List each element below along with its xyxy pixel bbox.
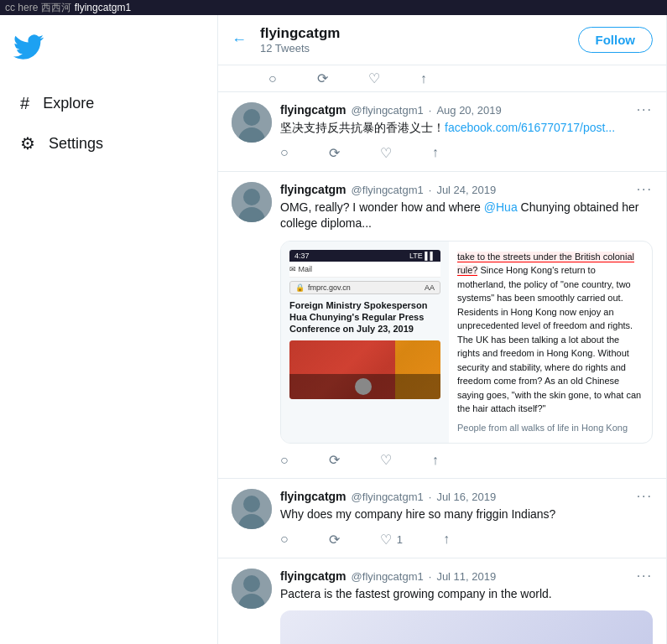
embedded-article-title: Foreign Ministry Spokesperson Hua Chunyi… [289, 299, 440, 335]
tweet-header-left-aug20: flyingcatgm @flyingcatgm1 · Aug 20, 2019 [280, 103, 502, 117]
like-action-top[interactable]: ♡ [368, 70, 380, 86]
like-action-aug20[interactable]: ♡ [380, 145, 392, 161]
tweet-body-jul16: flyingcatgm @flyingcatgm1 · Jul 16, 2019… [280, 489, 653, 548]
topbar-username: flyingcatgm1 [75, 2, 131, 13]
tweet-more-aug20[interactable]: ··· [637, 102, 653, 117]
retweet-icon-aug20: ⟳ [329, 145, 340, 161]
explore-icon: # [20, 94, 29, 113]
reply-icon-aug20: ○ [280, 145, 289, 160]
profile-header: ← flyingcatgm 12 Tweets Follow [218, 15, 666, 65]
embedded-right-panel: take to the streets under the British co… [449, 242, 652, 444]
reply-icon-top: ○ [268, 71, 277, 86]
tweet-link-aug20[interactable]: facebook.com/616770717/post... [445, 121, 615, 134]
embedded-time: 4:37 [294, 252, 310, 260]
tweet-text-aug20: 坚决支持反共抗暴的香港义士！facebook.com/616770717/pos… [280, 120, 653, 137]
tweet-more-jul16[interactable]: ··· [637, 489, 653, 504]
sidebar-item-settings[interactable]: ⚙ Settings [13, 125, 204, 162]
back-button[interactable]: ← [232, 31, 247, 49]
avatar-face-jul24 [232, 182, 272, 222]
tweet-header-aug20: flyingcatgm @flyingcatgm1 · Aug 20, 2019… [280, 102, 653, 117]
share-action-aug20[interactable]: ↑ [432, 145, 439, 160]
tweet-handle-jul11: @flyingcatgm1 [352, 570, 424, 583]
tweet-username-jul24: flyingcatgm [280, 183, 347, 196]
avatar-jul11 [232, 569, 272, 609]
topbar: cc here 西西河 flyingcatgm1 [0, 0, 667, 15]
sidebar: # Explore ⚙ Settings [0, 15, 218, 644]
sidebar-item-settings-label: Settings [49, 135, 103, 153]
like-action-jul16[interactable]: ♡1 [380, 532, 403, 548]
avatar-face-jul16 [232, 489, 272, 529]
share-action-jul24[interactable]: ↑ [432, 453, 439, 468]
tweet-feed: ← flyingcatgm 12 Tweets Follow ○ ⟳ ♡ ↑ [218, 15, 667, 644]
tweet-header-jul11: flyingcatgm @flyingcatgm1 · Jul 11, 2019… [280, 569, 653, 584]
follow-button[interactable]: Follow [578, 27, 654, 53]
like-icon-top: ♡ [368, 70, 380, 86]
retweet-icon-top: ⟳ [317, 70, 328, 86]
profile-header-left: ← flyingcatgm 12 Tweets [232, 25, 340, 55]
like-action-jul24[interactable]: ♡ [380, 452, 392, 468]
retweet-action-aug20[interactable]: ⟳ [329, 145, 340, 161]
avatar-aug20 [232, 102, 272, 143]
tweet-jul24: flyingcatgm @flyingcatgm1 · Jul 24, 2019… [218, 172, 666, 480]
like-icon-jul24: ♡ [380, 452, 392, 468]
tweet-jul16: flyingcatgm @flyingcatgm1 · Jul 16, 2019… [218, 479, 666, 558]
tweet-header-left-jul16: flyingcatgm @flyingcatgm1 · Jul 16, 2019 [280, 490, 496, 503]
reply-icon-jul16: ○ [280, 532, 289, 547]
tweet-image-preview-jul11 [280, 610, 653, 644]
mention-hua[interactable]: @Hua [484, 200, 518, 214]
tweet-username-aug20: flyingcatgm [280, 103, 347, 117]
tweet-handle-aug20: @flyingcatgm1 [352, 104, 424, 117]
tweet-header-jul24: flyingcatgm @flyingcatgm1 · Jul 24, 2019… [280, 182, 653, 197]
share-icon-jul24: ↑ [432, 453, 439, 468]
main-layout: # Explore ⚙ Settings ← flyingcatgm 12 Tw… [0, 15, 667, 644]
embedded-signal: LTE ▌▌ [409, 252, 435, 260]
share-action-top[interactable]: ↑ [420, 70, 427, 86]
retweet-action-top[interactable]: ⟳ [317, 70, 328, 86]
twitter-logo[interactable] [13, 32, 204, 65]
tweet-actions-aug20: ○ ⟳ ♡ ↑ [280, 145, 653, 161]
embedded-browser-bar: 🔒 fmprc.gov.cn AA [289, 281, 440, 294]
retweet-icon-jul24: ⟳ [329, 452, 340, 468]
tweet-handle-jul16: @flyingcatgm1 [352, 491, 424, 503]
embedded-aa: AA [425, 283, 435, 292]
tweet-aug20: flyingcatgm @flyingcatgm1 · Aug 20, 2019… [218, 92, 666, 172]
tweet-date-jul24: Jul 24, 2019 [436, 184, 496, 196]
tweet-more-jul24[interactable]: ··· [637, 182, 653, 197]
embedded-article-image [289, 340, 440, 399]
share-icon-top: ↑ [420, 71, 427, 86]
tweet-dot-jul16: · [429, 491, 432, 503]
embedded-footer-text: People from all walks of life in Hong Ko… [457, 421, 644, 435]
reply-action-jul16[interactable]: ○ [280, 532, 289, 547]
avatar-face-aug20 [232, 102, 272, 143]
tweet-username-jul16: flyingcatgm [280, 490, 347, 503]
sidebar-item-explore-label: Explore [43, 95, 94, 112]
tweet-username-jul11: flyingcatgm [280, 569, 347, 583]
retweet-icon-jul16: ⟳ [329, 532, 340, 548]
top-action-row: ○ ⟳ ♡ ↑ [218, 65, 666, 92]
reply-action-top[interactable]: ○ [268, 70, 277, 86]
tweet-dot-jul11: · [429, 570, 432, 583]
embedded-screenshot-jul24: 4:37 LTE ▌▌ ✉ Mail 🔒 fmprc.gov.cn AA For… [280, 241, 653, 444]
share-icon-jul16: ↑ [443, 532, 450, 547]
reply-action-jul24[interactable]: ○ [280, 453, 289, 468]
reply-action-aug20[interactable]: ○ [280, 145, 289, 160]
profile-name: flyingcatgm [260, 25, 340, 42]
tweet-actions-jul16: ○ ⟳ ♡1 ↑ [280, 532, 653, 548]
retweet-action-jul16[interactable]: ⟳ [329, 532, 340, 548]
tweet-date-aug20: Aug 20, 2019 [436, 104, 501, 117]
tweet-body-jul11: flyingcatgm @flyingcatgm1 · Jul 11, 2019… [280, 569, 653, 644]
embedded-lock-icon: 🔒 [295, 283, 305, 292]
tweet-header-left-jul11: flyingcatgm @flyingcatgm1 · Jul 11, 2019 [280, 569, 496, 583]
tweet-more-jul11[interactable]: ··· [637, 569, 653, 584]
tweet-handle-jul24: @flyingcatgm1 [352, 184, 424, 196]
topbar-cc-text: cc here 西西河 [5, 1, 71, 15]
share-action-jul16[interactable]: ↑ [443, 532, 450, 547]
embedded-email-bar: 4:37 LTE ▌▌ [289, 250, 440, 262]
embedded-app-bar: ✉ Mail [289, 262, 440, 278]
tweet-actions-jul24: ○ ⟳ ♡ ↑ [280, 452, 653, 468]
tweet-text-jul24: OMG, really? I wonder how and where @Hua… [280, 200, 653, 232]
retweet-action-jul24[interactable]: ⟳ [329, 452, 340, 468]
sidebar-item-explore[interactable]: # Explore [13, 86, 204, 122]
like-icon-aug20: ♡ [380, 145, 392, 161]
embedded-app-name: ✉ Mail [289, 265, 312, 273]
